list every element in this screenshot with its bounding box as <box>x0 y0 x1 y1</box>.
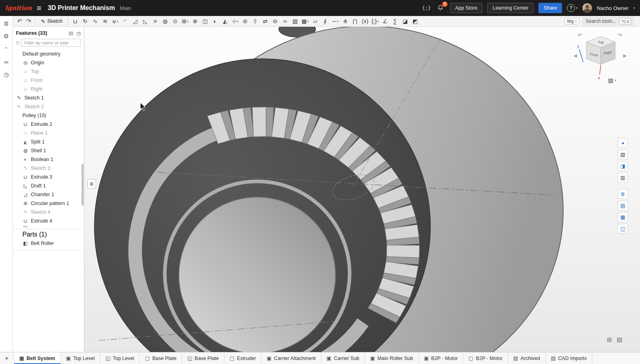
document-tab[interactable]: ▣ B2P - Motor <box>419 352 464 364</box>
feature-row[interactable]: ⊔ Extrude 4 <box>13 217 84 225</box>
toolbar-icon[interactable]: ◺ ▾ <box>140 17 150 26</box>
right-toolbar-button[interactable]: ≣ <box>618 189 628 199</box>
toolbar-icon[interactable]: ≃ ▾ <box>280 17 290 26</box>
add-tab-button[interactable]: + <box>0 352 14 364</box>
feature-row[interactable]: ▱ Front <box>13 76 84 85</box>
right-toolbar-button[interactable]: ▥ <box>618 173 628 183</box>
rotate-left-icon[interactable]: ↶ <box>578 32 582 38</box>
document-tab[interactable]: ▣ Top Level <box>61 352 100 364</box>
feature-row[interactable]: ◎ Origin <box>13 58 84 67</box>
toolbar-icon[interactable]: ⊞ ▾ <box>180 17 190 26</box>
toolbar-icon[interactable]: ▦ ▾ <box>300 17 310 26</box>
feature-row[interactable]: ✎ Sketch 4 <box>13 208 84 217</box>
toolbar-icon[interactable]: ⊔ ▾ <box>70 17 80 26</box>
feature-filter-input[interactable] <box>21 39 81 47</box>
app-store-button[interactable]: App Store <box>450 3 483 13</box>
feature-row[interactable]: ◭ Split 1 <box>13 137 84 146</box>
chevron-down-icon[interactable]: ▾ <box>633 6 635 10</box>
right-toolbar-button[interactable]: ▦ <box>618 212 628 222</box>
feature-row[interactable]: Pulley (15) <box>13 111 84 120</box>
document-tab[interactable]: ◱ Base Plate <box>182 352 224 364</box>
toolbar-icon[interactable]: ◜ ▾ <box>120 17 130 26</box>
toolbar-icon[interactable]: ⇄ ▾ <box>260 17 270 26</box>
view-mode-dropdown[interactable]: ▧ ▾ <box>608 77 616 84</box>
right-toolbar-button[interactable]: ▤ <box>618 201 628 211</box>
feature-row[interactable]: ▱ Right <box>13 85 84 93</box>
toolbar-icon[interactable]: ◪ ▾ <box>400 17 410 26</box>
user-name[interactable]: Nacho Owner <box>597 5 628 11</box>
features-scrollbar-thumb[interactable] <box>82 164 84 206</box>
toolbar-icon[interactable]: (x) ▾ <box>360 17 370 26</box>
bore[interactable] <box>179 197 336 352</box>
feature-row[interactable]: ⊡ <box>13 225 84 228</box>
hamburger-icon[interactable]: ≡ <box>37 4 42 12</box>
rotate-right-icon[interactable]: ↷ <box>618 32 622 38</box>
feature-row[interactable]: ✎ Sketch 2 <box>13 102 84 111</box>
feature-row[interactable]: ✎ Sketch 1 <box>13 93 84 102</box>
toolbar-icon[interactable]: ∠ ▾ <box>380 17 390 26</box>
document-tab[interactable]: ▣ Carrier Sub <box>321 352 365 364</box>
display-settings-icon[interactable]: ▤ <box>617 336 622 343</box>
help-menu[interactable]: ? ▾ <box>567 4 578 12</box>
right-toolbar-button[interactable]: ◨ <box>618 161 628 171</box>
model-canvas[interactable] <box>84 27 640 352</box>
feature-row[interactable]: ◺ Draft 1 <box>13 181 84 190</box>
rail-button[interactable]: “ <box>2 44 11 54</box>
feature-row[interactable]: ⊛ Circular pattern 1 <box>13 199 84 208</box>
toolbar-icon[interactable]: ⋔ ▾ <box>340 17 350 26</box>
document-tab[interactable]: ▢ B2P - Motor <box>463 352 508 364</box>
toolbar-icon[interactable]: ∿ ▾ <box>90 17 100 26</box>
document-tab[interactable]: ▣ Carrier Attachment <box>262 352 322 364</box>
feature-row[interactable]: ⊔ Extrude 3 <box>13 173 84 181</box>
toolbar-icon[interactable]: {;} ▾ <box>370 17 380 26</box>
toolbar-icon[interactable]: ◿ ▾ <box>130 17 140 26</box>
sketch-button[interactable]: ✎ Sketch <box>38 18 66 25</box>
snapshot-icon[interactable]: ⊞ <box>607 336 612 343</box>
toolbar-icon[interactable]: ⋂ ▾ <box>350 17 360 26</box>
document-tab[interactable]: ▣ Belt System <box>14 352 61 364</box>
document-tab[interactable]: ▢ Base Plate <box>140 352 182 364</box>
document-tab[interactable]: ▣ Main Roller Sub <box>365 352 418 364</box>
toolbar-icon[interactable]: ∮ ▾ <box>320 17 330 26</box>
feature-row[interactable]: ◿ Chamfer 1 <box>13 190 84 199</box>
right-toolbar-button[interactable]: ▧ <box>618 149 628 159</box>
rail-button[interactable]: ∞ <box>2 57 11 66</box>
toolbar-icon[interactable]: ⇧ ▾ <box>250 17 260 26</box>
workspace-chip[interactable]: Wg ▾ <box>564 18 579 24</box>
toolbar-icon[interactable]: ↻ ▾ <box>80 17 90 26</box>
feature-list-toggle[interactable]: ≣ <box>87 179 96 189</box>
document-tab[interactable]: ▤ Archived <box>508 352 546 364</box>
toolbar-icon[interactable]: ≋ ▾ <box>100 17 110 26</box>
toolbar-icon[interactable]: ≡ ▾ <box>150 17 160 26</box>
rotate-west-icon[interactable]: ◀ <box>574 53 577 58</box>
rotate-east-icon[interactable]: ▶ <box>623 53 627 58</box>
right-toolbar-button[interactable]: ◕ <box>618 138 628 148</box>
toolbar-icon[interactable]: ◐ ▾ <box>210 17 220 26</box>
parts-section-header[interactable]: Parts (1) <box>13 230 84 239</box>
document-tab[interactable]: ◱ Top Level <box>100 352 140 364</box>
toolbar-icon[interactable]: ⊘ ▾ <box>240 17 250 26</box>
toolbar-icon[interactable]: ⊹ ▾ <box>230 17 240 26</box>
search-tools[interactable]: Search tools... ⌥ c <box>582 17 634 26</box>
notifications-bell-icon[interactable]: 7 <box>436 3 445 13</box>
feature-row[interactable]: ✎ Sketch 3 <box>13 164 84 173</box>
history-icon[interactable]: ◷ <box>76 31 81 36</box>
share-button[interactable]: Share <box>538 3 562 13</box>
rollback-bar-icon[interactable]: ⊟ <box>69 31 73 36</box>
feature-row[interactable]: ⊔ Extrude 2 <box>13 120 84 129</box>
toolbar-icon[interactable]: ▱ ▾ <box>310 17 320 26</box>
redo-icon[interactable]: ↷ <box>24 18 34 25</box>
toolbar-icon[interactable]: ⊙ ▾ <box>170 17 180 26</box>
feature-row[interactable]: ◐ Boolean 1 <box>13 155 84 164</box>
toolbar-icon[interactable]: ⊛ ▾ <box>190 17 200 26</box>
toolbar-icon[interactable]: ⊖ ▾ <box>270 17 280 26</box>
toolbar-icon[interactable]: ◩ ▾ <box>410 17 420 26</box>
rail-button[interactable]: ◷ <box>2 70 11 79</box>
document-tab[interactable]: ▢ Extruder <box>224 352 262 364</box>
toolbar-icon[interactable]: ◍ ▾ <box>160 17 170 26</box>
document-tab[interactable]: ▤ CAD Imports <box>546 352 592 364</box>
toolbar-icon[interactable]: ◫ ▾ <box>200 17 210 26</box>
avatar[interactable] <box>582 3 592 13</box>
toolbar-icon[interactable]: ∽ ▾ <box>330 17 340 26</box>
toolbar-icon[interactable]: ∑ ▾ <box>390 17 400 26</box>
